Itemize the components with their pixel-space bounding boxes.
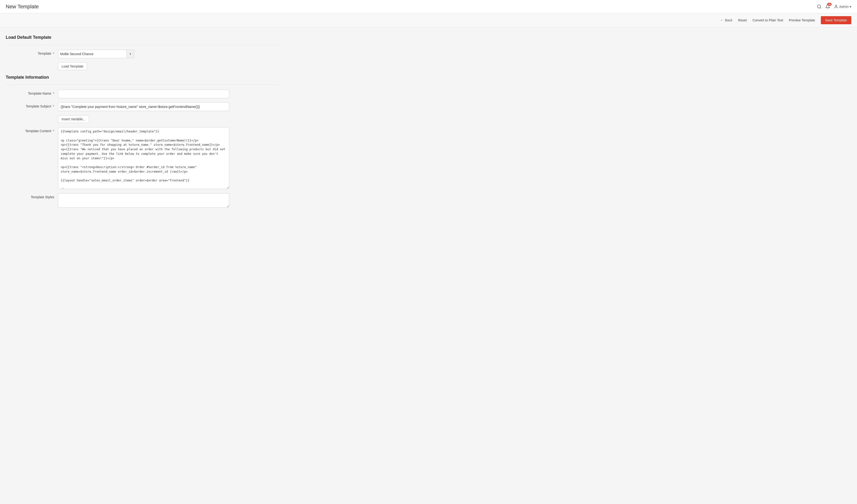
template-select[interactable]: Mollie Second Chance	[58, 50, 127, 58]
chevron-down-icon: ▾	[130, 52, 131, 56]
insert-variable-row: Insert Variable...	[6, 115, 280, 123]
divider-1	[6, 45, 280, 45]
main-content: Load Default Template Template * Mollie …	[0, 27, 285, 218]
svg-line-1	[820, 7, 821, 8]
load-default-section-title: Load Default Template	[6, 35, 280, 40]
reset-button[interactable]: Reset	[738, 18, 747, 22]
search-button[interactable]	[817, 4, 822, 9]
load-template-button-row: Load Template	[6, 63, 280, 70]
reset-label: Reset	[738, 18, 747, 22]
preview-label: Preview Template	[789, 18, 815, 22]
template-styles-textarea[interactable]	[58, 193, 229, 207]
convert-label: Convert to Plain Text	[752, 18, 783, 22]
admin-menu-button[interactable]: Admin ▾	[834, 4, 851, 9]
required-star-subject: *	[53, 104, 54, 108]
select-dropdown-arrow-button[interactable]: ▾	[127, 50, 134, 58]
required-star-content: *	[53, 129, 54, 133]
action-bar: ← Back Reset Convert to Plain Text Previ…	[0, 13, 857, 27]
header-icons: 46 Admin ▾	[817, 4, 851, 9]
template-name-label: Template Name *	[6, 90, 58, 95]
back-arrow-icon: ←	[720, 18, 724, 22]
template-subject-input[interactable]	[58, 102, 229, 111]
user-icon	[834, 4, 838, 9]
template-content-row: Template Content *	[6, 127, 280, 189]
save-template-button[interactable]: Save Template	[821, 16, 851, 24]
admin-dropdown-icon: ▾	[850, 5, 851, 9]
template-dropdown-row: Template * Mollie Second Chance ▾	[6, 50, 280, 58]
notification-button[interactable]: 46	[825, 4, 830, 9]
load-template-button[interactable]: Load Template	[58, 63, 87, 70]
template-content-label: Template Content *	[6, 127, 58, 133]
empty-label-1	[6, 63, 58, 64]
search-icon	[817, 4, 822, 9]
template-content-textarea[interactable]	[58, 127, 229, 189]
template-info-section-title: Template Information	[6, 75, 280, 80]
template-styles-row: Template Styles	[6, 193, 280, 207]
svg-point-0	[818, 5, 821, 8]
template-styles-label: Template Styles	[6, 193, 58, 199]
template-subject-label: Template Subject *	[6, 102, 58, 108]
required-star-name: *	[53, 91, 54, 95]
template-select-wrapper: Mollie Second Chance ▾	[58, 50, 134, 58]
template-name-input[interactable]	[58, 90, 229, 98]
back-button[interactable]: ← Back	[720, 18, 733, 22]
notification-badge: 46	[827, 3, 831, 6]
required-star-template: *	[53, 52, 54, 55]
svg-point-2	[835, 5, 837, 6]
top-header: New Template 46 Admin ▾	[0, 0, 857, 13]
template-field-label: Template *	[6, 50, 58, 55]
divider-2	[6, 85, 280, 85]
admin-label: Admin	[839, 5, 849, 9]
convert-to-plain-text-button[interactable]: Convert to Plain Text	[752, 18, 783, 22]
page-title: New Template	[6, 3, 39, 10]
insert-variable-button[interactable]: Insert Variable...	[58, 115, 89, 123]
preview-template-button[interactable]: Preview Template	[789, 18, 815, 22]
template-name-row: Template Name *	[6, 90, 280, 98]
template-subject-row: Template Subject *	[6, 102, 280, 111]
empty-label-2	[6, 115, 58, 117]
